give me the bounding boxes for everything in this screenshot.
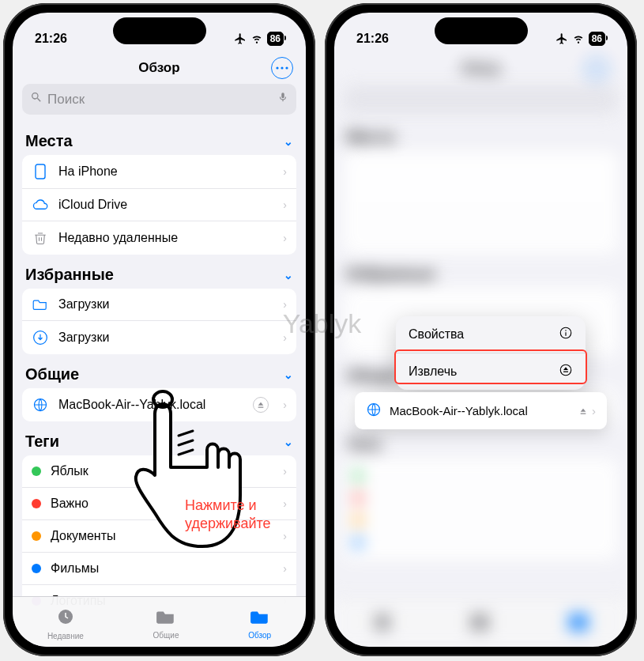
- page-title: Обзор: [138, 60, 179, 76]
- tab-recent[interactable]: Недавние: [47, 607, 84, 640]
- hint-annotation: Нажмите и удерживайте: [185, 497, 271, 532]
- iphone-icon: [32, 164, 49, 179]
- section-tags-header[interactable]: Теги ⌄: [22, 421, 296, 455]
- globe-icon: [32, 397, 49, 413]
- cloud-icon: [32, 199, 49, 210]
- search-placeholder: Поиск: [47, 92, 85, 108]
- info-icon: [559, 326, 573, 343]
- chevron-right-icon: ›: [283, 562, 287, 575]
- row-recently-deleted[interactable]: Недавно удаленные ›: [22, 221, 296, 255]
- folder-icon: [32, 298, 49, 311]
- globe-icon: [366, 402, 382, 420]
- chevron-right-icon: ›: [283, 331, 287, 344]
- download-circle-icon: [32, 330, 49, 346]
- trash-icon: [32, 230, 49, 246]
- tag-dot-icon: [32, 466, 41, 476]
- eject-icon[interactable]: [253, 397, 269, 413]
- battery-icon: 86: [267, 32, 284, 46]
- row-on-iphone[interactable]: На iPhone ›: [22, 155, 296, 189]
- tag-row[interactable]: Фильмы›: [22, 553, 296, 585]
- chevron-down-icon: ⌄: [284, 135, 293, 148]
- row-macbook-server-focused[interactable]: MacBook-Air--Yablyk.local ›: [355, 392, 607, 429]
- chevron-right-icon: ›: [283, 497, 287, 510]
- row-downloads-folder[interactable]: Загрузки ›: [22, 289, 296, 321]
- chevron-right-icon: ›: [283, 465, 287, 478]
- tab-bar: Недавние Общие Обзор: [13, 596, 306, 647]
- svg-point-2: [285, 66, 288, 69]
- menu-eject[interactable]: Извлечь: [396, 353, 586, 390]
- section-shared-header[interactable]: Общие ⌄: [22, 354, 296, 388]
- chevron-right-icon: ›: [592, 404, 596, 417]
- airplane-icon: [555, 32, 568, 45]
- row-downloads-circle[interactable]: Загрузки ›: [22, 321, 296, 354]
- chevron-right-icon: ›: [283, 232, 287, 244]
- svg-rect-3: [36, 164, 45, 179]
- airplane-icon: [234, 32, 247, 45]
- svg-point-1: [281, 66, 283, 69]
- clock-icon: [56, 607, 75, 630]
- status-time: 21:26: [356, 32, 389, 46]
- nav-header: Обзор: [13, 55, 306, 81]
- chevron-down-icon: ⌄: [284, 436, 293, 448]
- tag-dot-icon: [32, 499, 41, 508]
- search-field[interactable]: Поиск: [22, 84, 296, 115]
- folder-icon: [250, 608, 270, 629]
- chevron-down-icon: ⌄: [284, 368, 293, 381]
- row-icloud-drive[interactable]: iCloud Drive ›: [22, 189, 296, 221]
- section-favorites-header[interactable]: Избранные ⌄: [22, 255, 296, 289]
- status-time: 21:26: [35, 32, 67, 46]
- eject-icon: [559, 363, 573, 380]
- phone-right: 21:26 86 Обзор Места Избранные Общие Тег…: [325, 3, 637, 656]
- chevron-right-icon: ›: [283, 398, 287, 411]
- tag-dot-icon: [32, 564, 41, 573]
- menu-properties[interactable]: Свойства: [396, 316, 586, 353]
- search-icon: [30, 91, 43, 108]
- context-menu: Свойства Извлечь: [396, 316, 586, 390]
- chevron-right-icon: ›: [283, 298, 287, 311]
- tag-dot-icon: [32, 531, 41, 541]
- section-places-header[interactable]: Места ⌄: [22, 121, 296, 155]
- dynamic-island: [435, 17, 528, 44]
- wifi-icon: [250, 33, 264, 44]
- tab-browse[interactable]: Обзор: [248, 608, 271, 640]
- chevron-right-icon: ›: [283, 198, 287, 211]
- battery-icon: 86: [589, 32, 605, 46]
- eject-icon[interactable]: [579, 404, 587, 417]
- chevron-right-icon: ›: [283, 165, 287, 178]
- svg-point-0: [276, 66, 278, 69]
- svg-point-12: [565, 330, 567, 331]
- folder-people-icon: [156, 608, 176, 629]
- phone-left: 21:26 86 Обзор Поиск М: [3, 3, 315, 656]
- wifi-icon: [571, 33, 586, 44]
- tag-row[interactable]: Яблык›: [22, 455, 296, 488]
- chevron-right-icon: ›: [283, 530, 287, 542]
- row-macbook-server[interactable]: MacBook-Air--Yablyk.local ›: [22, 388, 296, 421]
- tab-shared[interactable]: Общие: [153, 608, 179, 640]
- more-button[interactable]: [271, 57, 293, 79]
- dynamic-island: [113, 17, 206, 44]
- chevron-down-icon: ⌄: [284, 269, 293, 281]
- mic-icon[interactable]: [277, 90, 288, 108]
